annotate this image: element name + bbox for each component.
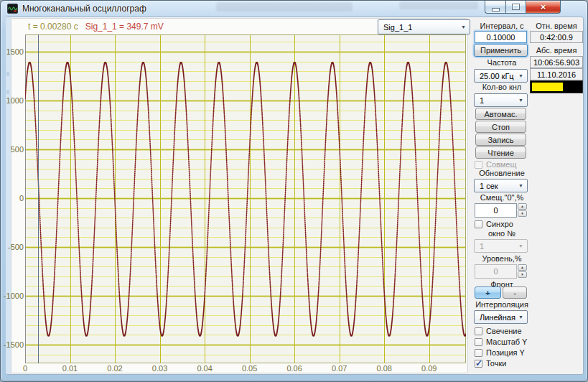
y-tick-label: -500 bbox=[1, 243, 24, 251]
oscilloscope-plot[interactable] bbox=[25, 34, 466, 363]
window-number-combobox[interactable]: 1 ▼ bbox=[474, 239, 528, 253]
cursor-time-readout: t = 0.00280 c bbox=[28, 22, 78, 32]
interval-input[interactable]: 0.10000 bbox=[475, 31, 527, 43]
position-y-checkbox-label: Позиция Y bbox=[486, 348, 525, 357]
scale-y-checkbox[interactable] bbox=[475, 338, 482, 346]
rel-time-display: 0:42:00.9 bbox=[530, 31, 583, 43]
signal-selector-combobox[interactable]: Sig_1_1 ▼ bbox=[378, 19, 470, 34]
chevron-down-icon: ▼ bbox=[518, 73, 523, 78]
window-number-label: окно № bbox=[473, 229, 531, 238]
maximize-icon bbox=[513, 4, 519, 9]
x-tick-label: 0.05 bbox=[234, 364, 266, 373]
interpolation-combobox[interactable]: Линейная ▼ bbox=[474, 310, 528, 324]
frequency-value: 25.00 кГц bbox=[480, 72, 514, 80]
update-combobox[interactable]: 1 сек ▼ bbox=[474, 179, 528, 192]
rel-time-label: Отн. время bbox=[528, 22, 584, 30]
x-tick-label: 0.07 bbox=[324, 364, 355, 373]
sync-checkbox-row[interactable]: Синхро bbox=[475, 219, 513, 229]
zero-offset-input[interactable]: 0 bbox=[475, 203, 517, 218]
glow-checkbox[interactable] bbox=[475, 327, 482, 335]
channel-count-value: 1 bbox=[480, 96, 484, 105]
front-minus-button[interactable]: - bbox=[503, 286, 527, 299]
autoscale-button[interactable]: Автомас. bbox=[475, 108, 526, 120]
dots-checkbox[interactable] bbox=[475, 360, 482, 368]
minimize-icon bbox=[493, 9, 499, 11]
titlebar-glass-artifact bbox=[216, 2, 353, 11]
chevron-down-icon: ▼ bbox=[518, 98, 523, 103]
chevron-down-icon: ▼ bbox=[518, 315, 523, 320]
channel-count-label: Кол-во кнл bbox=[473, 83, 531, 91]
titlebar-glass-artifact bbox=[399, 1, 478, 9]
minimize-button[interactable] bbox=[485, 1, 505, 14]
x-tick-label: 0.06 bbox=[279, 364, 310, 373]
signal-selector-value: Sig_1_1 bbox=[383, 23, 412, 32]
zero-offset-label: Смещ."0",% bbox=[473, 193, 531, 202]
window-number-value: 1 bbox=[480, 242, 484, 251]
interval-label: Интервал, с bbox=[473, 22, 531, 30]
close-button[interactable]: × bbox=[526, 1, 561, 14]
y-tick-label: -1500 bbox=[1, 340, 24, 349]
level-input[interactable]: 0 bbox=[475, 264, 517, 279]
y-axis-tick-labels: 150010005000-500-1000-1500 bbox=[1, 34, 24, 363]
apply-button[interactable]: Применить bbox=[474, 44, 528, 57]
app-window: Многоканальный осциллограф × t = 0.00280… bbox=[0, 0, 588, 382]
abs-time-display: 10:06:56.903 bbox=[530, 56, 583, 68]
x-tick-label: 0.01 bbox=[55, 364, 86, 373]
cursor-readout: t = 0.00280 cSig_1_1 = 349.7 mV bbox=[28, 22, 164, 32]
read-button[interactable]: Чтение bbox=[475, 146, 526, 159]
record-button[interactable]: Запись bbox=[475, 134, 526, 146]
window-title: Многоканальный осциллограф bbox=[22, 4, 146, 14]
dots-checkbox-row[interactable]: Точки bbox=[475, 358, 506, 368]
scale-y-checkbox-row[interactable]: Масштаб Y bbox=[475, 337, 527, 347]
spin-down-button[interactable]: ▼ bbox=[518, 271, 527, 278]
stop-button[interactable]: Стоп bbox=[475, 121, 526, 133]
dots-checkbox-label: Точки bbox=[486, 359, 506, 368]
maximize-button[interactable] bbox=[505, 1, 526, 14]
y-tick-label: 1000 bbox=[1, 96, 24, 105]
x-tick-label: 0.08 bbox=[368, 364, 400, 373]
titlebar[interactable]: Многоканальный осциллограф × bbox=[1, 1, 587, 17]
y-tick-label: 500 bbox=[1, 145, 24, 154]
frequency-label: Частота bbox=[473, 58, 531, 67]
spin-up-button[interactable]: ▲ bbox=[518, 203, 527, 210]
x-tick-label: 0.04 bbox=[189, 364, 220, 373]
x-tick-label: 0 bbox=[9, 364, 41, 373]
date-display: 11.10.2016 bbox=[530, 68, 583, 80]
x-tick-label: 0.03 bbox=[144, 364, 176, 373]
channel-count-combobox[interactable]: 1 ▼ bbox=[474, 93, 528, 107]
overlay-checkbox[interactable] bbox=[475, 161, 482, 169]
x-tick-label: 0.02 bbox=[99, 364, 131, 373]
level-spinner: ▲ ▼ bbox=[518, 264, 527, 279]
y-tick-label: 0 bbox=[1, 194, 24, 202]
spin-up-button[interactable]: ▲ bbox=[518, 264, 527, 271]
chevron-down-icon: ▼ bbox=[461, 24, 466, 29]
frequency-combobox[interactable]: 25.00 кГц ▼ bbox=[474, 69, 528, 83]
position-y-checkbox-row[interactable]: Позиция Y bbox=[475, 348, 525, 358]
position-y-checkbox[interactable] bbox=[475, 349, 482, 357]
update-value: 1 сек bbox=[480, 182, 498, 190]
level-label: Уровень,% bbox=[473, 254, 531, 263]
abs-time-label: Абс. время bbox=[528, 46, 584, 55]
buffer-level-indicator bbox=[530, 80, 583, 93]
glow-checkbox-row[interactable]: Свечение bbox=[475, 326, 522, 336]
x-axis-tick-labels: 00.010.020.030.040.050.060.070.080.09 bbox=[25, 363, 466, 374]
y-tick-label: 1500 bbox=[1, 47, 24, 56]
spin-down-button[interactable]: ▼ bbox=[518, 210, 527, 217]
update-label: Обновление bbox=[473, 169, 531, 177]
overlay-checkbox-label: Совмещ bbox=[486, 160, 517, 169]
chevron-down-icon: ▼ bbox=[518, 243, 523, 248]
zero-offset-spinner: ▲ ▼ bbox=[518, 203, 527, 218]
y-tick-label: -1000 bbox=[1, 292, 24, 300]
sync-checkbox-label: Синхро bbox=[486, 220, 513, 228]
overlay-checkbox-row[interactable]: Совмещ bbox=[475, 159, 517, 169]
interpolation-value: Линейная bbox=[480, 313, 515, 322]
front-plus-button[interactable]: + bbox=[475, 286, 501, 299]
sync-checkbox[interactable] bbox=[475, 220, 482, 228]
chevron-down-icon: ▼ bbox=[518, 183, 523, 188]
glow-checkbox-label: Свечение bbox=[486, 327, 522, 335]
close-icon: × bbox=[541, 1, 546, 13]
scale-y-checkbox-label: Масштаб Y bbox=[486, 337, 527, 346]
app-icon bbox=[7, 4, 18, 14]
signal-value-readout: Sig_1_1 = 349.7 mV bbox=[85, 22, 164, 32]
buffer-level-fill bbox=[532, 83, 563, 91]
